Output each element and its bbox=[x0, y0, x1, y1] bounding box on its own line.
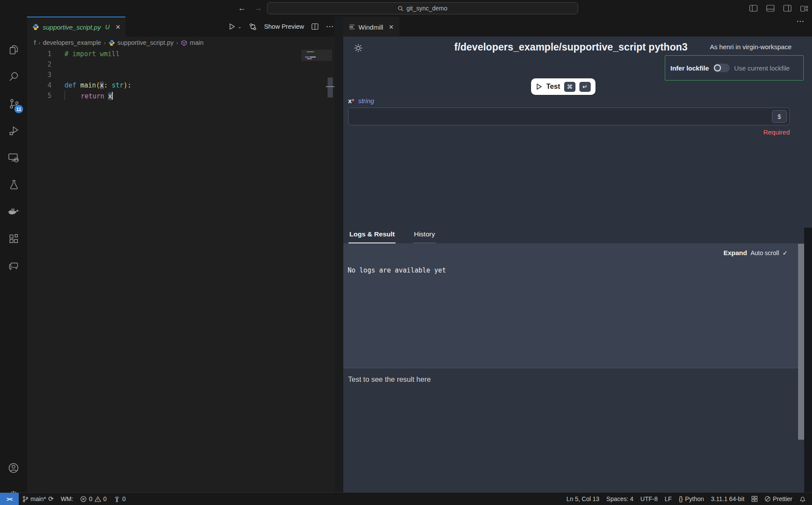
python-file-icon bbox=[32, 24, 39, 30]
command-center-search[interactable]: git_sync_demo bbox=[267, 2, 578, 14]
use-current-lockfile-label: Use current lockfile bbox=[734, 64, 790, 72]
search-sidebar-icon[interactable] bbox=[0, 65, 27, 88]
breadcrumb-root[interactable]: f bbox=[34, 39, 36, 46]
code-line[interactable]: 5 return x bbox=[27, 91, 343, 101]
run-dropdown-chevron-icon[interactable]: ⌄ bbox=[237, 24, 242, 30]
warning-icon bbox=[95, 496, 101, 502]
customize-layout-icon[interactable] bbox=[800, 5, 809, 12]
branch-name: main* bbox=[30, 495, 46, 502]
infer-lockfile-label: Infer lockfile bbox=[670, 64, 709, 72]
git-branch-item[interactable]: main* ⟳ bbox=[19, 493, 57, 505]
code-line[interactable]: 4def main(x: str): bbox=[27, 80, 343, 91]
title-bar: ← → git_sync_demo bbox=[0, 0, 812, 17]
result-panel: Test to see the result here bbox=[343, 368, 812, 492]
split-editor-icon[interactable] bbox=[311, 23, 319, 30]
account-icon[interactable] bbox=[0, 457, 27, 479]
encoding-item[interactable]: UTF-8 bbox=[637, 495, 661, 502]
check-icon[interactable]: ✓ bbox=[782, 249, 788, 256]
comments-icon[interactable] bbox=[0, 254, 27, 277]
prettier-item[interactable]: Prettier bbox=[761, 495, 796, 502]
cursor-position-item[interactable]: Ln 5, Col 13 bbox=[563, 495, 603, 502]
tab-windmill[interactable]: Windmill × bbox=[343, 17, 399, 37]
code-line[interactable]: 2 bbox=[27, 59, 343, 70]
testing-icon[interactable] bbox=[0, 173, 27, 196]
indentation-item[interactable]: Spaces: 4 bbox=[603, 495, 637, 502]
line-number: 3 bbox=[27, 70, 51, 80]
remote-indicator[interactable]: >< bbox=[0, 493, 19, 505]
scm-changes-badge: 11 bbox=[14, 105, 23, 113]
toggle-sidebar-right-icon[interactable] bbox=[783, 5, 792, 12]
disabled-circle-icon bbox=[765, 496, 771, 502]
breadcrumb-folder[interactable]: developers_example bbox=[43, 39, 101, 46]
python-file-icon bbox=[108, 40, 115, 46]
symbol-method-icon bbox=[181, 40, 187, 46]
remote-explorer-icon[interactable] bbox=[0, 146, 27, 169]
ports-item[interactable]: 0 bbox=[110, 493, 129, 505]
editor-scrollbar[interactable] bbox=[328, 77, 333, 98]
activity-bar: 11 ⚙ bbox=[0, 17, 27, 492]
cmd-key-icon: ⌘ bbox=[564, 82, 575, 92]
toggle-panel-icon[interactable] bbox=[766, 5, 775, 12]
editor-more-actions-icon[interactable]: ⋯ bbox=[326, 22, 334, 31]
test-button-label: Test bbox=[546, 83, 560, 91]
argument-label: x*string bbox=[348, 97, 374, 104]
auto-scroll-label[interactable]: Auto scroll bbox=[751, 249, 779, 256]
error-count: 0 bbox=[89, 495, 92, 502]
radio-tower-icon bbox=[114, 496, 120, 502]
arg-x-input[interactable] bbox=[348, 108, 790, 125]
explorer-icon[interactable] bbox=[0, 38, 27, 61]
variable-picker-button[interactable]: $ bbox=[772, 110, 787, 123]
minimap[interactable] bbox=[304, 50, 327, 102]
breadcrumb-symbol[interactable]: main bbox=[190, 39, 203, 46]
braces-icon: {} bbox=[679, 495, 683, 502]
lockfile-toggle[interactable] bbox=[713, 64, 730, 72]
panel-tab-bar: Windmill × ⋯ bbox=[343, 17, 812, 37]
notifications-item[interactable] bbox=[796, 496, 809, 502]
open-changes-icon[interactable] bbox=[249, 23, 257, 31]
python-version-item[interactable]: 3.11.1 64-bit bbox=[707, 495, 748, 502]
code-line[interactable]: 1# import wmill bbox=[27, 49, 343, 59]
wm-status-item[interactable]: WM: bbox=[57, 493, 77, 505]
language-mode-item[interactable]: {} Python bbox=[675, 495, 707, 502]
source-control-icon[interactable]: 11 bbox=[0, 92, 27, 115]
required-star: * bbox=[352, 97, 354, 104]
webview-scrollbar[interactable] bbox=[798, 244, 804, 440]
enter-key-icon: ↵ bbox=[579, 82, 591, 92]
show-preview-button[interactable]: Show Preview bbox=[264, 23, 304, 30]
play-icon bbox=[536, 83, 542, 90]
panel-more-actions-icon[interactable]: ⋯ bbox=[796, 17, 812, 37]
run-python-file-icon[interactable] bbox=[228, 23, 236, 30]
line-number: 2 bbox=[27, 59, 51, 70]
nav-forward-icon[interactable]: → bbox=[254, 3, 262, 13]
code-editor[interactable]: 1# import wmill234def main(x: str):5 ret… bbox=[27, 49, 343, 492]
windmill-tab-close-icon[interactable]: × bbox=[389, 23, 394, 32]
workspace-search-label: git_sync_demo bbox=[406, 5, 447, 12]
tab-title: supportive_script.py bbox=[43, 24, 101, 31]
grid-item[interactable] bbox=[748, 496, 761, 502]
extensions-icon[interactable] bbox=[0, 227, 27, 250]
nav-back-icon[interactable]: ← bbox=[238, 3, 246, 13]
no-logs-message: No logs are available yet bbox=[348, 266, 446, 274]
tab-close-icon[interactable]: × bbox=[116, 23, 121, 31]
overview-cursor-mark bbox=[326, 86, 335, 87]
problems-item[interactable]: 0 0 bbox=[77, 493, 110, 505]
warning-count: 0 bbox=[103, 495, 107, 502]
list-icon bbox=[349, 25, 355, 30]
tab-supportive-script[interactable]: supportive_script.py U × bbox=[27, 17, 125, 37]
line-number: 4 bbox=[27, 80, 51, 91]
minimap-slider[interactable] bbox=[301, 50, 332, 61]
test-button[interactable]: Test ⌘ ↵ bbox=[531, 78, 595, 95]
breadcrumb-file[interactable]: supportive_script.py bbox=[118, 39, 174, 46]
toggle-sidebar-left-icon[interactable] bbox=[749, 5, 758, 12]
editor-panel-divider[interactable] bbox=[335, 17, 343, 492]
arg-type: string bbox=[358, 97, 374, 104]
breadcrumb: f › developers_example › supportive_scri… bbox=[27, 37, 343, 49]
tab-history[interactable]: History bbox=[413, 228, 436, 243]
tab-logs-result[interactable]: Logs & Result bbox=[348, 228, 396, 243]
code-line[interactable]: 3 bbox=[27, 70, 343, 80]
run-debug-icon[interactable] bbox=[0, 119, 27, 142]
expand-button[interactable]: Expand bbox=[724, 249, 747, 256]
docker-icon[interactable] bbox=[0, 200, 27, 223]
eol-item[interactable]: LF bbox=[661, 495, 675, 502]
ports-count: 0 bbox=[122, 495, 126, 502]
